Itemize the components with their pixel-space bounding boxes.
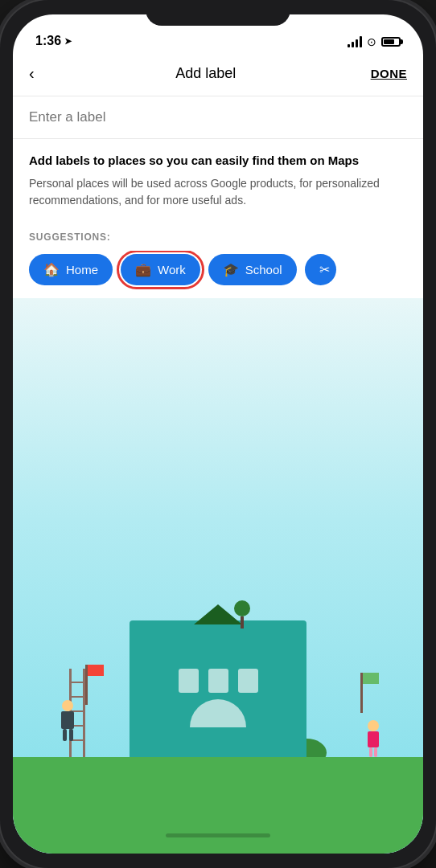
person-right-leg-1 bbox=[369, 747, 372, 757]
ladder-rung-2 bbox=[72, 696, 83, 698]
status-time: 1:36 ➤ bbox=[35, 34, 72, 48]
chip-school-label: School bbox=[245, 263, 282, 276]
work-chip-highlight-ring bbox=[117, 251, 204, 289]
building-windows bbox=[130, 620, 306, 693]
ladder-rung-1 bbox=[72, 682, 83, 683]
gym-icon: ✂ bbox=[319, 262, 330, 277]
location-icon: ➤ bbox=[64, 36, 72, 47]
wifi-icon: ⊙ bbox=[367, 35, 376, 48]
flag-right bbox=[360, 673, 363, 713]
person-left-head bbox=[62, 700, 73, 711]
notch bbox=[146, 0, 290, 26]
chip-more[interactable]: ✂ bbox=[305, 254, 336, 285]
person-left bbox=[61, 700, 74, 741]
building bbox=[130, 620, 306, 765]
illustration-area bbox=[13, 298, 423, 854]
person-left-body bbox=[61, 711, 74, 729]
header: ‹ Add label DONE bbox=[13, 55, 423, 96]
signal-icon bbox=[348, 36, 362, 47]
time-display: 1:36 bbox=[35, 34, 61, 48]
back-button[interactable]: ‹ bbox=[29, 61, 41, 86]
person-right-body bbox=[368, 731, 379, 747]
battery-icon bbox=[381, 37, 401, 47]
label-text-input[interactable] bbox=[29, 109, 407, 125]
building-arch bbox=[190, 699, 246, 727]
info-section: Add labels to places so you can easily f… bbox=[13, 139, 423, 222]
suggestions-row: 🏠 Home 💼 Work 🎓 School ✂ bbox=[13, 251, 423, 298]
done-button[interactable]: DONE bbox=[371, 67, 407, 80]
school-icon: 🎓 bbox=[223, 262, 239, 277]
label-input-section bbox=[13, 96, 423, 139]
person-right-legs bbox=[368, 747, 379, 757]
window-3 bbox=[238, 669, 258, 693]
page-title: Add label bbox=[175, 65, 236, 82]
home-icon: 🏠 bbox=[43, 262, 60, 277]
flag-right-banner bbox=[363, 673, 379, 684]
person-left-leg-2 bbox=[69, 729, 73, 741]
window-2 bbox=[208, 669, 228, 693]
suggestions-label: SUGGESTIONS: bbox=[13, 222, 423, 251]
home-bar-line bbox=[166, 833, 270, 837]
flag-left bbox=[85, 665, 88, 705]
tree-trunk bbox=[241, 616, 244, 628]
info-description: Personal places will be used across Goog… bbox=[29, 175, 407, 209]
chip-home[interactable]: 🏠 Home bbox=[29, 254, 113, 285]
person-right bbox=[368, 720, 379, 757]
person-right-leg-2 bbox=[374, 747, 377, 757]
flag-left-banner bbox=[88, 665, 104, 676]
chip-home-label: Home bbox=[66, 263, 98, 276]
person-left-legs bbox=[61, 729, 74, 741]
person-left-leg-1 bbox=[63, 729, 67, 741]
home-bar bbox=[166, 823, 270, 847]
person-right-head bbox=[368, 720, 379, 731]
phone-screen: 1:36 ➤ ⊙ ‹ Add label DONE bbox=[13, 14, 423, 854]
chip-school[interactable]: 🎓 School bbox=[208, 254, 297, 285]
window-1 bbox=[179, 669, 199, 693]
phone-frame: 1:36 ➤ ⊙ ‹ Add label DONE bbox=[0, 0, 436, 868]
tree-top bbox=[234, 600, 250, 616]
chip-work-wrapper: 💼 Work bbox=[121, 254, 200, 285]
status-icons: ⊙ bbox=[348, 35, 401, 48]
info-title: Add labels to places so you can easily f… bbox=[29, 152, 407, 169]
battery-fill bbox=[384, 39, 394, 44]
tree bbox=[234, 600, 250, 628]
